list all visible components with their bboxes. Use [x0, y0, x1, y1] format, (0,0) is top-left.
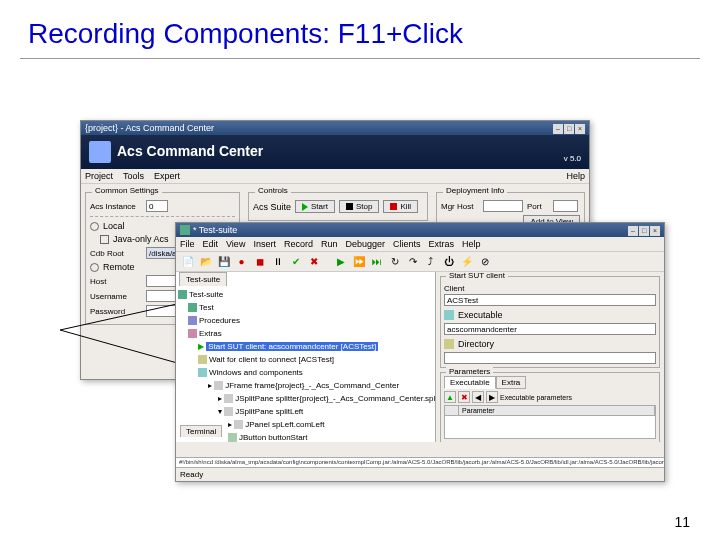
radio-local[interactable]: [90, 222, 99, 231]
menu-record[interactable]: Record: [284, 239, 313, 249]
exec-input[interactable]: [444, 323, 656, 335]
component-icon: [224, 394, 233, 403]
power-icon[interactable]: ⏻: [441, 254, 456, 269]
acs-titlebar[interactable]: {project} - Acs Command Center –□×: [81, 121, 589, 135]
up-param-icon[interactable]: ◀: [472, 391, 484, 403]
tree-startsut[interactable]: Start SUT client: acscommandcenter [ACST…: [206, 342, 378, 351]
kill-icon: [390, 203, 397, 210]
cancel-icon[interactable]: ✖: [306, 254, 321, 269]
controls-legend: Controls: [255, 186, 291, 195]
menu-help[interactable]: Help: [566, 171, 585, 181]
new-icon[interactable]: 📄: [180, 254, 195, 269]
ts-menubar[interactable]: File Edit View Insert Record Run Debugge…: [176, 237, 664, 252]
stop2-icon[interactable]: ◼: [252, 254, 267, 269]
terminal-output: #!/bin/sh\ncd /diska/alma_tmp/acsdata/co…: [176, 457, 664, 467]
tree[interactable]: Test-suite Test Procedures Extras ▶ Star…: [176, 286, 435, 442]
tab-testsuite[interactable]: Test-suite: [179, 272, 227, 286]
down-param-icon[interactable]: ▶: [486, 391, 498, 403]
tree-split1[interactable]: JSplitPane splitter{project}_-_Acs_Comma…: [235, 394, 436, 403]
menu-expert[interactable]: Expert: [154, 171, 180, 181]
start-button[interactable]: Start: [295, 200, 335, 213]
tree-frame[interactable]: JFrame frame{project}_-_Acs_Command_Cent…: [225, 381, 399, 390]
tree-test[interactable]: Test: [199, 303, 214, 312]
play-icon[interactable]: ▶: [333, 254, 348, 269]
ts-titlebar[interactable]: * Test-suite –□×: [176, 223, 664, 237]
radio-remote[interactable]: [90, 263, 99, 272]
common-legend: Common Settings: [92, 186, 162, 195]
mgrhost-input[interactable]: [483, 200, 523, 212]
menu-project[interactable]: Project: [85, 171, 113, 181]
record-icon[interactable]: ●: [234, 254, 249, 269]
properties-panel: Start SUT client Client Executable Direc…: [436, 272, 664, 442]
exec-label: Executable: [458, 310, 503, 320]
menu-view[interactable]: View: [226, 239, 245, 249]
local-label: Local: [103, 221, 125, 231]
deploy-legend: Deployment Info: [443, 186, 507, 195]
client-input[interactable]: [444, 294, 656, 306]
menu-file[interactable]: File: [180, 239, 195, 249]
mgrhost-label: Mgr Host: [441, 202, 479, 211]
slide-title: Recording Components: F11+Click: [0, 0, 720, 50]
window-controls[interactable]: –□×: [552, 123, 585, 134]
password-label: Password: [90, 307, 142, 316]
window-controls[interactable]: –□×: [627, 225, 660, 236]
folder-icon: [188, 303, 197, 312]
menu-debugger[interactable]: Debugger: [345, 239, 385, 249]
version-label: v 5.0: [564, 154, 581, 163]
exec-icon: [444, 310, 454, 320]
tree-root[interactable]: Test-suite: [189, 290, 223, 299]
tree-splitleft[interactable]: JSplitPane splitLeft: [235, 407, 303, 416]
menu-tools[interactable]: Tools: [123, 171, 144, 181]
kill-button[interactable]: Kill: [383, 200, 418, 213]
tab-executable[interactable]: Executable: [444, 376, 496, 389]
app-icon: [180, 225, 190, 235]
tree-panel: Test-suite Test-suite Test Procedures Ex…: [176, 272, 436, 442]
checkbox-javaonly[interactable]: [100, 235, 109, 244]
menu-insert[interactable]: Insert: [253, 239, 276, 249]
open-icon[interactable]: 📂: [198, 254, 213, 269]
folder-icon: [178, 290, 187, 299]
add-param-icon[interactable]: ▲: [444, 391, 456, 403]
frame-icon: [214, 381, 223, 390]
skip-icon[interactable]: ⏭: [369, 254, 384, 269]
folder-icon: [188, 316, 197, 325]
pause-icon[interactable]: ⏸: [270, 254, 285, 269]
flash-icon[interactable]: ⚡: [459, 254, 474, 269]
tree-procedures[interactable]: Procedures: [199, 316, 240, 325]
stop-run-icon[interactable]: ⊘: [477, 254, 492, 269]
dir-label: Directory: [458, 339, 494, 349]
menu-edit[interactable]: Edit: [203, 239, 219, 249]
terminal-tab[interactable]: Terminal: [180, 425, 222, 437]
divider: [20, 58, 700, 59]
tree-panelleft[interactable]: JPanel spLeft.comLeft: [245, 420, 324, 429]
instance-input[interactable]: [146, 200, 168, 212]
del-param-icon[interactable]: ✖: [458, 391, 470, 403]
tree-wait[interactable]: Wait for client to connect [ACSTest]: [209, 355, 334, 364]
save-icon[interactable]: 💾: [216, 254, 231, 269]
stepout-icon[interactable]: ⤴: [423, 254, 438, 269]
remote-label: Remote: [103, 262, 135, 272]
tree-windows[interactable]: Windows and components: [209, 368, 303, 377]
acs-suite-label: Acs Suite: [253, 202, 291, 212]
menu-help[interactable]: Help: [462, 239, 481, 249]
fast-icon[interactable]: ⏩: [351, 254, 366, 269]
port-input[interactable]: [553, 200, 578, 212]
acs-menubar[interactable]: Project Tools Expert Help: [81, 169, 589, 184]
param-table[interactable]: Parameter: [444, 405, 656, 439]
th-params: Executable parameters: [500, 394, 656, 401]
tree-extras[interactable]: Extras: [199, 329, 222, 338]
step-icon[interactable]: ↷: [405, 254, 420, 269]
menu-extras[interactable]: Extras: [428, 239, 454, 249]
component-icon: [224, 407, 233, 416]
ts-title-text: * Test-suite: [193, 225, 237, 235]
menu-run[interactable]: Run: [321, 239, 338, 249]
dir-input[interactable]: [444, 352, 656, 364]
tab-extra[interactable]: Extra: [496, 376, 527, 389]
stop-button[interactable]: Stop: [339, 200, 379, 213]
menu-clients[interactable]: Clients: [393, 239, 421, 249]
folder-icon: [188, 329, 197, 338]
reload-icon[interactable]: ↻: [387, 254, 402, 269]
tree-btnstart[interactable]: JButton buttonStart: [239, 433, 308, 442]
acs-title-text: {project} - Acs Command Center: [85, 123, 214, 133]
check-icon[interactable]: ✔: [288, 254, 303, 269]
